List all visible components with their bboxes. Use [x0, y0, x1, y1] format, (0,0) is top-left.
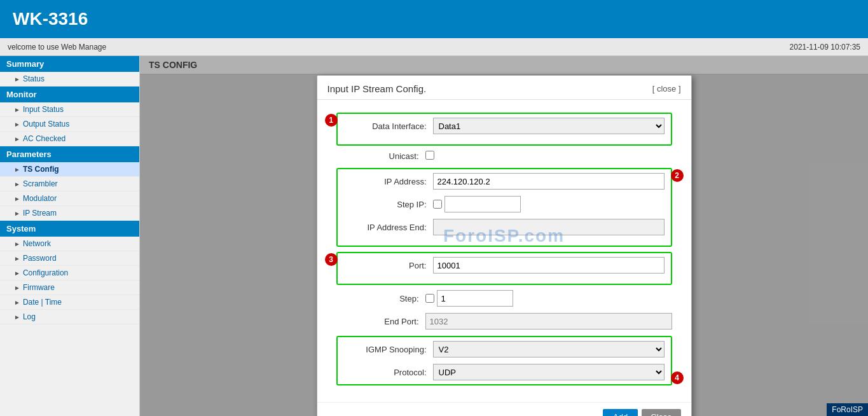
modal-header: Input IP Stream Config. [ close ]: [317, 76, 691, 100]
step-control: [425, 290, 672, 307]
sidebar-label-datetime: Date | Time: [23, 298, 62, 307]
sidebar-section-system: System: [0, 221, 139, 237]
badge-4: 4: [671, 371, 684, 384]
form-row-port: Port:: [344, 257, 665, 274]
arrow-icon: ►: [14, 210, 20, 217]
badge-3: 3: [325, 253, 338, 266]
arrow-icon: ►: [14, 270, 20, 277]
arrow-icon: ►: [14, 135, 20, 142]
app-title: WK-3316: [13, 9, 88, 29]
form-row-unicast: Unicast:: [336, 151, 672, 162]
igmp-select[interactable]: V1 V2 V3: [433, 341, 665, 357]
sidebar-label-ts-config: TS Config: [23, 165, 59, 174]
arrow-icon: ►: [14, 166, 20, 173]
port-label: Port:: [344, 261, 433, 270]
modal-overlay: Input IP Stream Config. [ close ] 1 Data…: [140, 56, 868, 416]
step-ip-input[interactable]: [444, 196, 521, 212]
sidebar-section-summary: Summary: [0, 56, 139, 72]
arrow-icon: ►: [14, 240, 20, 247]
arrow-icon: ►: [14, 76, 20, 83]
ip-address-input[interactable]: [433, 173, 665, 190]
form-row-igmp: IGMP Snooping: V1 V2 V3: [344, 341, 665, 357]
app-header: WK-3316: [0, 0, 868, 38]
sidebar-item-network[interactable]: ► Network: [0, 237, 139, 251]
data-interface-control: Data1 Data2 Management: [433, 118, 665, 134]
close-button[interactable]: Close: [642, 409, 680, 416]
sidebar-item-firmware[interactable]: ► Firmware: [0, 281, 139, 295]
highlight-group-1: Data Interface: Data1 Data2 Management: [336, 113, 672, 146]
form-row-ip-address-end: IP Address End:: [344, 219, 665, 235]
sidebar-item-output-status[interactable]: ► Output Status: [0, 117, 139, 132]
end-port-control: [425, 313, 672, 329]
arrow-icon: ►: [14, 181, 20, 188]
data-interface-label: Data Interface:: [344, 121, 433, 131]
arrow-icon: ►: [14, 106, 20, 113]
sidebar-item-ip-stream[interactable]: ► IP Stream: [0, 206, 139, 221]
main-layout: Summary ► Status Monitor ► Input Status …: [0, 56, 868, 416]
add-button[interactable]: Add: [603, 409, 638, 416]
step-ip-checkbox[interactable]: [433, 200, 442, 209]
arrow-icon: ►: [14, 284, 20, 291]
forolsp-badge: FoRoISP: [827, 403, 868, 416]
step-input[interactable]: [437, 290, 513, 307]
sidebar-section-monitor: Monitor: [0, 87, 139, 102]
modal-body: 1 Data Interface: Data1 Data2 Management: [317, 100, 691, 402]
arrow-icon: ►: [14, 195, 20, 202]
sidebar-label-modulator: Modulator: [23, 194, 57, 203]
modal-close-button[interactable]: [ close ]: [652, 84, 681, 94]
datetime-text: 2021-11-09 10:07:35: [790, 43, 860, 52]
sidebar-item-ac-checked[interactable]: ► AC Checked: [0, 132, 139, 146]
sidebar-label-configuration: Configuration: [23, 268, 68, 277]
form-row-protocol: Protocol: UDP TCP RTP: [344, 364, 665, 380]
sub-header: velcome to use Web Manage 2021-11-09 10:…: [0, 38, 868, 56]
ip-address-label: IP Address:: [344, 177, 433, 186]
end-port-label: End Port:: [336, 317, 425, 326]
arrow-icon: ►: [14, 299, 20, 306]
unicast-label: Unicast:: [336, 151, 425, 161]
sidebar: Summary ► Status Monitor ► Input Status …: [0, 56, 140, 416]
ip-address-end-label: IP Address End:: [344, 223, 433, 232]
highlight-group-4: IGMP Snooping: V1 V2 V3: [336, 336, 672, 385]
arrow-icon: ►: [14, 314, 20, 321]
form-row-step-ip: Step IP:: [344, 196, 665, 212]
sidebar-item-input-status[interactable]: ► Input Status: [0, 102, 139, 117]
sidebar-label-network: Network: [23, 239, 51, 248]
sidebar-label-firmware: Firmware: [23, 283, 55, 292]
sidebar-item-ts-config[interactable]: ► TS Config: [0, 162, 139, 177]
highlight-group-2: IP Address: Step IP:: [336, 168, 672, 247]
protocol-label: Protocol:: [344, 368, 433, 377]
sidebar-item-log[interactable]: ► Log: [0, 310, 139, 324]
sidebar-item-password[interactable]: ► Password: [0, 251, 139, 266]
igmp-label: IGMP Snooping:: [344, 345, 433, 354]
port-input[interactable]: [433, 257, 665, 274]
sidebar-item-datetime[interactable]: ► Date | Time: [0, 295, 139, 310]
welcome-text: velcome to use Web Manage: [8, 43, 106, 52]
sidebar-label-status: Status: [23, 74, 45, 83]
sidebar-item-modulator[interactable]: ► Modulator: [0, 191, 139, 206]
arrow-icon: ►: [14, 255, 20, 262]
end-port-input[interactable]: [425, 313, 672, 329]
data-interface-select[interactable]: Data1 Data2 Management: [433, 118, 665, 134]
unicast-checkbox[interactable]: [425, 151, 434, 160]
sidebar-item-configuration[interactable]: ► Configuration: [0, 266, 139, 281]
form-row-ip-address: IP Address:: [344, 173, 665, 190]
sidebar-label-ac-checked: AC Checked: [23, 134, 65, 143]
form-row-data-interface: Data Interface: Data1 Data2 Management: [344, 118, 665, 134]
port-control: [433, 257, 665, 274]
step-label: Step:: [336, 294, 425, 303]
igmp-control: V1 V2 V3: [433, 341, 665, 357]
protocol-control: UDP TCP RTP: [433, 364, 665, 380]
ip-address-end-input[interactable]: [433, 219, 665, 235]
protocol-select[interactable]: UDP TCP RTP: [433, 364, 665, 380]
step-ip-control: [433, 196, 665, 212]
ip-address-control: [433, 173, 665, 190]
ip-address-end-control: [433, 219, 665, 235]
step-ip-label: Step IP:: [344, 200, 433, 209]
sidebar-label-input-status: Input Status: [23, 105, 64, 114]
sidebar-item-scrambler[interactable]: ► Scrambler: [0, 177, 139, 191]
sidebar-item-status[interactable]: ► Status: [0, 72, 139, 87]
form-row-step: Step:: [336, 290, 672, 307]
modal-title: Input IP Stream Config.: [327, 83, 427, 94]
step-checkbox[interactable]: [425, 294, 434, 303]
form-row-end-port: End Port:: [336, 313, 672, 329]
